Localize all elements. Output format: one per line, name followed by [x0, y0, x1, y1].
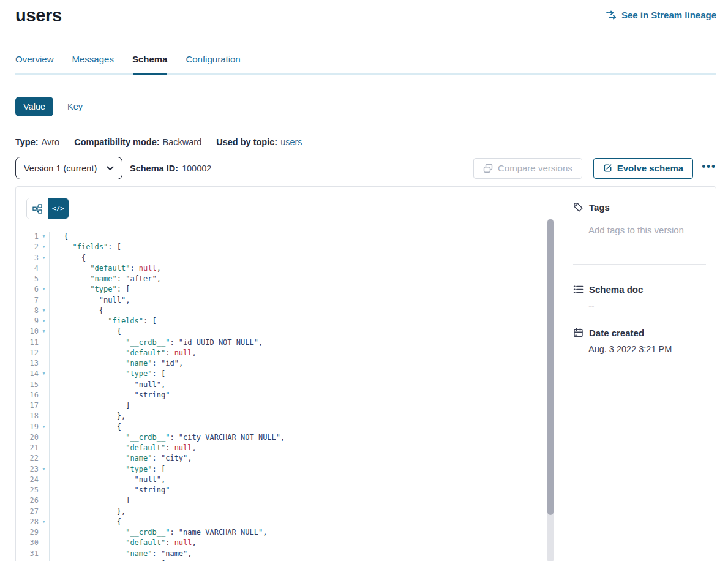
line-number: 15: [16, 380, 39, 390]
line-number: 6: [16, 284, 39, 295]
code-text: "type": [: [50, 464, 165, 475]
type-value: Avro: [42, 137, 60, 147]
code-line: 24 "null",: [16, 475, 563, 485]
line-number: 7: [16, 295, 39, 306]
tab-overview[interactable]: Overview: [15, 54, 54, 73]
evolve-schema-button[interactable]: Evolve schema: [593, 158, 693, 179]
fold-toggle-icon[interactable]: ▼: [39, 242, 49, 252]
code-text: },: [50, 411, 126, 421]
line-number: 18: [16, 411, 39, 421]
value-key-toggle: Value Key: [15, 97, 716, 116]
line-number: 19: [16, 422, 39, 432]
topic-link[interactable]: users: [280, 137, 302, 147]
tab-configuration[interactable]: Configuration: [186, 54, 240, 73]
code-text: "name": "name",: [50, 549, 192, 559]
code-line: 4 "default": null,: [16, 263, 563, 274]
line-number: 20: [16, 432, 39, 443]
stream-lineage-link[interactable]: See in Stream lineage: [606, 10, 716, 20]
schema-id-value: 100002: [182, 164, 211, 173]
more-actions-button[interactable]: •••: [702, 160, 716, 176]
code-text: "name": "id",: [50, 358, 183, 369]
code-text: {: [50, 517, 121, 527]
code-line: 26 ]: [16, 495, 563, 506]
code-line: 16 "string": [16, 390, 563, 401]
schema-page: users See in Stream lineage Overview Mes…: [0, 0, 728, 561]
line-number: 26: [16, 495, 39, 506]
fold-toggle-icon[interactable]: ▼: [39, 232, 49, 242]
fold-toggle-icon[interactable]: ▼: [39, 422, 49, 432]
line-number: 31: [16, 549, 39, 559]
line-number: 22: [16, 453, 39, 464]
fold-spacer: [39, 495, 49, 506]
scrollbar-thumb[interactable]: [547, 219, 554, 515]
code-text: "default": null,: [50, 348, 197, 358]
code-line: 29 "__crdb__": "name VARCHAR NULL",: [16, 527, 563, 538]
fold-toggle-icon[interactable]: ▼: [39, 369, 49, 379]
line-number: 14: [16, 369, 39, 379]
calendar-plus-icon: [573, 328, 584, 338]
topic-label: Used by topic:: [216, 137, 277, 147]
code-line: 7 "null",: [16, 295, 563, 306]
line-number: 13: [16, 358, 39, 369]
fold-toggle-icon[interactable]: ▼: [39, 326, 49, 337]
fold-spacer: [39, 485, 49, 495]
add-tags-input[interactable]: [588, 225, 705, 243]
fold-toggle-icon[interactable]: ▼: [39, 253, 49, 263]
line-number: 2: [16, 242, 39, 252]
code-text: "fields": [: [50, 316, 157, 326]
code-line: 6▼ "type": [: [16, 284, 563, 295]
code-line: 19▼ {: [16, 422, 563, 432]
date-created-value: Aug. 3 2022 3:21 PM: [588, 344, 706, 354]
line-number: 8: [16, 306, 39, 316]
fold-spacer: [39, 337, 49, 348]
edit-icon: [603, 164, 612, 173]
code-text: ]: [50, 401, 130, 411]
tree-view-button[interactable]: [27, 198, 48, 219]
versions-icon: [483, 164, 493, 173]
tab-messages[interactable]: Messages: [72, 54, 114, 73]
schema-id: Schema ID: 100002: [130, 164, 211, 173]
fold-spacer: [39, 263, 49, 274]
line-number: 27: [16, 506, 39, 517]
code-line: 27 },: [16, 506, 563, 517]
line-number: 1: [16, 232, 39, 242]
code-text: "type": [: [50, 284, 130, 295]
stream-lineage-icon: [606, 10, 617, 20]
version-select[interactable]: Version 1 (current): [15, 157, 122, 179]
schema-doc-title: Schema doc: [589, 284, 643, 295]
evolve-schema-label: Evolve schema: [617, 163, 683, 173]
code-line: 31 "name": "name",: [16, 549, 563, 559]
stream-lineage-label: See in Stream lineage: [621, 10, 716, 20]
compat-value: Backward: [163, 137, 202, 147]
code-text: "null",: [50, 295, 130, 306]
code-line: 8▼ {: [16, 306, 563, 316]
fold-toggle-icon[interactable]: ▼: [39, 284, 49, 295]
tab-track: [15, 73, 716, 75]
line-number: 25: [16, 485, 39, 495]
code-line: 17 ]: [16, 401, 563, 411]
fold-toggle-icon[interactable]: ▼: [39, 316, 49, 326]
code-text: {: [50, 232, 68, 242]
tags-title: Tags: [589, 202, 610, 213]
schema-doc-value: --: [588, 301, 706, 311]
code-text: "default": null,: [50, 263, 161, 274]
compare-versions-button[interactable]: Compare versions: [473, 158, 582, 179]
fold-spacer: [39, 295, 49, 306]
value-toggle-button[interactable]: Value: [15, 97, 53, 116]
code-line: 12 "default": null,: [16, 348, 563, 358]
code-text: "__crdb__": "id UUID NOT NULL",: [50, 337, 263, 348]
editor-scrollbar[interactable]: [547, 219, 554, 561]
fold-spacer: [39, 549, 49, 559]
code-view-button[interactable]: </>: [48, 198, 69, 219]
fold-toggle-icon[interactable]: ▼: [39, 306, 49, 316]
version-bar: Version 1 (current) Schema ID: 100002 Co…: [15, 157, 716, 179]
tab-schema[interactable]: Schema: [132, 54, 168, 73]
fold-spacer: [39, 453, 49, 464]
code-text: "string": [50, 485, 170, 495]
code-line: 28▼ {: [16, 517, 563, 527]
fold-toggle-icon[interactable]: ▼: [39, 517, 49, 527]
fold-toggle-icon[interactable]: ▼: [39, 464, 49, 475]
code-line: 1▼{: [16, 232, 563, 242]
key-toggle-button[interactable]: Key: [67, 102, 83, 111]
code-text: {: [50, 326, 121, 337]
